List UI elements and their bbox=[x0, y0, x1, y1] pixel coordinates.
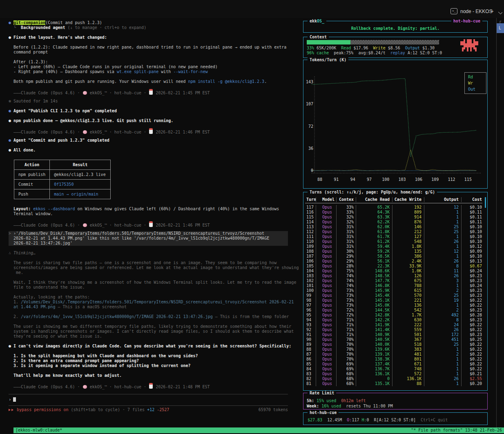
terminal-line: ● I can't view images directly in Claude… bbox=[9, 344, 292, 349]
turn-row[interactable]: 90Opus70%140.5K367451$0.25 bbox=[304, 337, 484, 342]
rate-limit-5h: 5h: 15% used 0h12m left bbox=[307, 398, 366, 403]
turn-row[interactable]: 109Opus31%59.4K1.8K1$0.12 bbox=[304, 244, 484, 249]
terminal-line bbox=[9, 319, 292, 324]
turns-table-box[interactable]: Turns (scroll: ↑↓/k/j, page: PgUp/u, hom… bbox=[303, 192, 488, 391]
terminal-line: The user is showing me two different tem… bbox=[9, 324, 292, 329]
tmux-session-name[interactable]: [ekkos-mlw0:claude* bbox=[16, 427, 62, 433]
terminal-line: screenshots/images are being saved or re… bbox=[9, 265, 292, 270]
turn-row[interactable]: 92Opus71%141.4K55926$0.22 bbox=[304, 327, 484, 332]
turn-row[interactable]: 94Opus71%142.2K6308$0.23 bbox=[304, 318, 484, 323]
turn-row[interactable]: 111Opus31%61.7K1271$0.10 bbox=[304, 234, 484, 239]
turn-row[interactable]: 108Opus30%59.2K13512$0.09 bbox=[304, 249, 484, 254]
context-title: Context bbox=[308, 35, 329, 40]
terminal-line: ———Claude Code (Opus 4.6) · ekkOS_™ · ho… bbox=[9, 89, 292, 94]
play-icon bbox=[11, 409, 13, 411]
terminal-line: The user is sharing two file paths — one… bbox=[9, 260, 292, 265]
action-header: Action bbox=[14, 160, 50, 170]
turn-row[interactable]: 89Opus70%140.0K51825$0.22 bbox=[304, 342, 484, 347]
turn-row[interactable]: 100Opus73%145.9K6152$0.23 bbox=[304, 288, 484, 293]
terminal-line bbox=[9, 30, 292, 35]
sliver-selected-item[interactable]: L bbox=[497, 23, 504, 33]
turn-row[interactable]: 93Opus71%141.9K22224$0.22 bbox=[304, 323, 484, 327]
user-message-line: 2026-02-21 13:47:26.jpg' bbox=[9, 241, 288, 246]
terminal-line: file to understand the issue. bbox=[9, 285, 292, 290]
terminal-line bbox=[9, 123, 292, 128]
terminal-line bbox=[9, 309, 292, 314]
terminal-line: Before (1.2.2): Claude spawned in new ri… bbox=[9, 45, 292, 50]
turn-row[interactable]: 99Opus73%145.4K57025$0.23 bbox=[304, 293, 484, 298]
turn-row[interactable]: 115Opus32%63.3K9141$0.11 bbox=[304, 215, 484, 220]
cal-icon bbox=[149, 128, 153, 134]
terminal-line: - Left pane (60%) — Claude Code runs in … bbox=[9, 65, 292, 69]
prompt-input[interactable]: › bbox=[9, 397, 16, 403]
turn-row[interactable]: 102Opus74%147.7K6753$0.23 bbox=[304, 278, 484, 283]
legend-item-rd: Rd bbox=[468, 74, 486, 80]
turn-row[interactable]: 103Opus74%148.5K12626$0.23 bbox=[304, 274, 484, 278]
svg-text:72: 72 bbox=[308, 124, 313, 129]
claude-code-pane[interactable]: ● git-companion(Commit and push 1.2.3) └… bbox=[0, 20, 292, 388]
turn-row[interactable]: 87Opus70%139.1K4812$0.22 bbox=[304, 352, 484, 357]
tmux-status-bar: [ekkos-mlw0:claude* "* File path formats… bbox=[0, 427, 504, 433]
turn-row[interactable]: 113Opus31%62.0K14625$0.10 bbox=[304, 225, 484, 229]
terminal-line: Wait, I think they're showing me a scree… bbox=[9, 280, 292, 285]
turn-row[interactable]: 81Opus68%135.1K881$0.20 bbox=[304, 381, 484, 386]
turn-row[interactable]: 97Opus73%145.0K1361$0.22 bbox=[304, 303, 484, 308]
turn-row[interactable]: 98Opus73%145.1K22119$0.22 bbox=[304, 298, 484, 303]
new-tab-button[interactable]: + bbox=[490, 7, 494, 14]
terminal-line: ✻ Sautéed for 1m 14s bbox=[9, 99, 292, 104]
pane-divider[interactable] bbox=[496, 18, 497, 427]
turn-row[interactable]: 104Opus75%148.6K1.0K11$0.24 bbox=[304, 269, 484, 274]
terminal-line: system is handling screenshots or images… bbox=[9, 329, 292, 334]
svg-text:94: 94 bbox=[350, 177, 355, 182]
turn-row[interactable]: 84Opus69%136.7K7481$0.22 bbox=[304, 367, 484, 372]
svg-text:112: 112 bbox=[448, 177, 455, 182]
turn-row[interactable]: 86Opus70%138.3K8011$0.22 bbox=[304, 357, 484, 362]
turn-row[interactable]: 117Opus33%65.2K19212$0.10 bbox=[304, 205, 484, 210]
svg-text:36: 36 bbox=[308, 146, 313, 151]
terminal-line bbox=[9, 202, 292, 207]
turns-scrollbar[interactable] bbox=[485, 197, 486, 208]
turn-row[interactable]: 114Opus32%62.2K8761$0.11 bbox=[304, 220, 484, 225]
turn-row[interactable]: 107Opus29%58.5K3861$0.10 bbox=[304, 254, 484, 259]
bypass-permissions-status[interactable]: bypass permissions on (shift+tab to cycl… bbox=[9, 407, 169, 412]
terminal-line bbox=[9, 55, 292, 60]
turn-row[interactable]: 105Opus28%22.3K33.9K8$0.67 bbox=[304, 264, 484, 269]
turn-row[interactable]: 95Opus72%142.8K1.7K492$0.28 bbox=[304, 313, 484, 318]
tmux-status-green: [ekkos-mlw0:claude* "* File path formats… bbox=[13, 427, 504, 433]
turn-row[interactable]: 82Opus68%0136.1K26$2.55 bbox=[304, 376, 484, 381]
chevron-down-icon[interactable] bbox=[498, 10, 502, 14]
terminal-tab[interactable]: >_ node - EKKOS bbox=[450, 8, 493, 14]
cal-icon bbox=[149, 89, 153, 95]
terminal-line: ● Agent "Commit and push 1.2.3" complete… bbox=[9, 138, 292, 143]
brain-icon bbox=[83, 223, 87, 227]
turn-row[interactable]: 116Opus33%64.3K8091$0.11 bbox=[304, 210, 484, 215]
turn-row[interactable]: 85Opus69%137.4K6711$0.22 bbox=[304, 362, 484, 367]
cal-icon bbox=[149, 383, 153, 389]
turn-row[interactable]: 106Opus29%56.1K2.4K26$0.13 bbox=[304, 259, 484, 264]
sliver-box-corner: ┌ bbox=[499, 19, 501, 23]
session-summary: $27.83 12.45M O:117 H:0 R[A:12 SZ:0 ST:0… bbox=[308, 418, 448, 423]
windows-terminal-window: >_ node - EKKOS + ● git-companion(Commit… bbox=[0, 0, 504, 434]
turn-row[interactable]: 91Opus71%140.9K501172$0.23 bbox=[304, 332, 484, 337]
tmux-clock: "* File path formats" 13:48 21-Feb-26 bbox=[411, 427, 502, 433]
session-footer-box: hot-hub-cue $27.83 12.45M O:117 H:0 R[A:… bbox=[303, 412, 488, 425]
turn-row[interactable]: 88Opus70%139.6K3831$0.22 bbox=[304, 347, 484, 352]
rate-limit-title: Rate Limit bbox=[308, 391, 336, 396]
tokens-per-turn-chart: 0367210714388919497100103106109112115 bbox=[303, 60, 487, 188]
turn-row[interactable]: 110Opus31%61.2K54826$0.10 bbox=[304, 239, 484, 244]
terminal-line bbox=[9, 349, 292, 354]
terminal-line: me. bbox=[9, 270, 292, 275]
turn-row[interactable]: 96Opus72%144.5K5422$0.23 bbox=[304, 308, 484, 313]
svg-text:106: 106 bbox=[415, 177, 422, 182]
turn-row[interactable]: 83Opus68%136.1K5721$0.21 bbox=[304, 372, 484, 376]
svg-text:109: 109 bbox=[431, 177, 439, 182]
status-row: bypass permissions on (shift+tab to cycl… bbox=[9, 407, 288, 412]
turn-row[interactable]: 101Opus74%146.8K7881$0.24 bbox=[304, 283, 484, 288]
brain-icon bbox=[83, 130, 87, 134]
context-stats-line2: 96% cache peak:75% avg:$0.24/t replay A:… bbox=[307, 51, 442, 56]
terminal-line: at 1.44.43 PM.png — This is a macOS scre… bbox=[9, 305, 292, 309]
turn-row[interactable]: 112Opus31%61.8K21225$0.10 bbox=[304, 229, 484, 234]
terminal-line: ● Fixed the layout. Here's what changed: bbox=[9, 35, 292, 40]
session-name: hot-hub-cue bbox=[451, 19, 482, 24]
terminal-line: 2. /var/folders/4m/_1vvw_l51cb9ql2jcjztk… bbox=[9, 314, 292, 319]
